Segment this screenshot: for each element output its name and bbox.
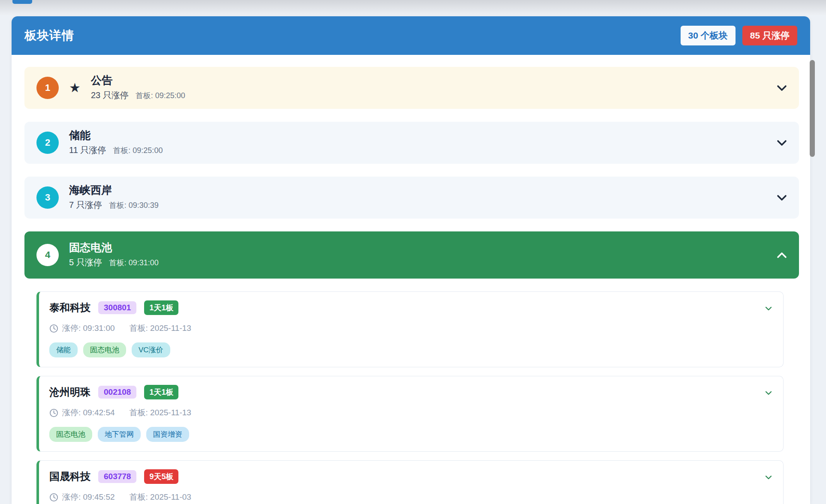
header-badges: 30 个板块 85 只涨停 bbox=[681, 26, 797, 45]
streak-badge: 1天1板 bbox=[144, 385, 178, 399]
concept-tag: 国资增资 bbox=[146, 427, 189, 442]
rank-badge: 1 bbox=[36, 77, 59, 99]
concept-tag: VC涨价 bbox=[132, 342, 170, 357]
sector-first-board-time: 首板: 09:25:00 bbox=[113, 145, 163, 156]
clock-icon bbox=[49, 324, 58, 333]
page-top-gradient bbox=[0, 0, 826, 15]
sector-limit-up-count: 7 只涨停 bbox=[69, 199, 102, 211]
limit-up-time: 涨停: 09:45:52 bbox=[62, 492, 115, 503]
stock-list: 泰和科技 300801 1天1板 涨停: 09:31:00 首板: 2025-1… bbox=[36, 291, 784, 504]
scrolled-element-remnant bbox=[12, 0, 32, 4]
rank-badge: 4 bbox=[36, 244, 59, 266]
concept-tag: 储能 bbox=[49, 342, 78, 357]
concept-tag: 固态电池 bbox=[83, 342, 126, 357]
sector-first-board-time: 首板: 09:31:00 bbox=[109, 258, 159, 268]
concept-tag: 地下管网 bbox=[98, 427, 141, 442]
chevron-down-icon[interactable] bbox=[777, 140, 787, 146]
sector-row-gutaidianchi[interactable]: 4 固态电池 5 只涨停 首板: 09:31:00 bbox=[24, 231, 799, 279]
sector-limit-up-count: 11 只涨停 bbox=[69, 144, 106, 156]
page-title: 板块详情 bbox=[24, 27, 74, 44]
sector-name: 储能 bbox=[69, 129, 163, 141]
first-board-date: 首板: 2025-11-13 bbox=[130, 323, 191, 334]
chevron-down-icon[interactable] bbox=[777, 85, 787, 91]
sector-row-gonggao[interactable]: 1 ★ 公告 23 只涨停 首板: 09:25:00 bbox=[24, 67, 799, 109]
chevron-down-icon[interactable] bbox=[777, 195, 787, 201]
sector-text: 海峡西岸 7 只涨停 首板: 09:30:39 bbox=[69, 184, 159, 211]
first-board-date: 首板: 2025-11-03 bbox=[130, 492, 191, 503]
limit-up-time: 涨停: 09:42:54 bbox=[62, 407, 115, 418]
clock-icon bbox=[49, 408, 58, 417]
chevron-up-icon[interactable] bbox=[777, 252, 787, 258]
sector-count-badge: 30 个板块 bbox=[681, 26, 736, 45]
sector-list: 1 ★ 公告 23 只涨停 首板: 09:25:00 2 储能 11 只涨停 首… bbox=[12, 55, 810, 504]
stock-card-taihekeji[interactable]: 泰和科技 300801 1天1板 涨停: 09:31:00 首板: 2025-1… bbox=[36, 291, 784, 367]
clock-icon bbox=[49, 493, 58, 502]
stock-code-badge: 300801 bbox=[98, 301, 136, 314]
concept-tags: 固态电池 地下管网 国资增资 bbox=[49, 427, 772, 442]
stock-name: 国晟科技 bbox=[49, 470, 90, 483]
stock-card-cangzhoumingzhu[interactable]: 沧州明珠 002108 1天1板 涨停: 09:42:54 首板: 2025-1… bbox=[36, 376, 784, 452]
sector-first-board-time: 首板: 09:25:00 bbox=[136, 90, 185, 101]
concept-tag: 固态电池 bbox=[49, 427, 92, 442]
sector-name: 固态电池 bbox=[69, 242, 159, 254]
sector-text: 固态电池 5 只涨停 首板: 09:31:00 bbox=[69, 242, 159, 268]
chevron-down-icon[interactable] bbox=[765, 389, 772, 397]
rank-badge: 2 bbox=[36, 132, 59, 154]
panel-header: 板块详情 30 个板块 85 只涨停 bbox=[12, 16, 810, 55]
chevron-down-icon[interactable] bbox=[765, 305, 772, 312]
concept-tags: 储能 固态电池 VC涨价 bbox=[49, 342, 772, 357]
star-icon: ★ bbox=[69, 81, 81, 94]
stock-code-badge: 002108 bbox=[98, 386, 136, 399]
stock-name: 泰和科技 bbox=[49, 301, 90, 315]
first-board-date: 首板: 2025-11-13 bbox=[130, 407, 191, 418]
sector-first-board-time: 首板: 09:30:39 bbox=[109, 200, 159, 210]
streak-badge: 9天5板 bbox=[144, 469, 178, 484]
sector-limit-up-count: 23 只涨停 bbox=[91, 90, 129, 101]
chevron-down-icon[interactable] bbox=[765, 474, 772, 481]
stock-code-badge: 603778 bbox=[98, 470, 136, 483]
sector-name: 公告 bbox=[91, 75, 185, 87]
sector-detail-panel: 板块详情 30 个板块 85 只涨停 1 ★ 公告 23 只涨停 首板: 09:… bbox=[12, 16, 810, 504]
scrollbar-thumb[interactable] bbox=[810, 60, 815, 157]
sector-row-chuneng[interactable]: 2 储能 11 只涨停 首板: 09:25:00 bbox=[24, 122, 799, 164]
streak-badge: 1天1板 bbox=[144, 300, 178, 315]
sector-name: 海峡西岸 bbox=[69, 184, 159, 196]
stock-name: 沧州明珠 bbox=[49, 385, 90, 399]
stock-card-guoshengkeji[interactable]: 国晟科技 603778 9天5板 涨停: 09:45:52 首板: 2025-1… bbox=[36, 460, 784, 504]
limit-up-time: 涨停: 09:31:00 bbox=[62, 323, 115, 334]
limit-up-count-badge: 85 只涨停 bbox=[742, 26, 797, 45]
sector-limit-up-count: 5 只涨停 bbox=[69, 257, 102, 268]
rank-badge: 3 bbox=[36, 186, 59, 209]
sector-row-haixiaxian[interactable]: 3 海峡西岸 7 只涨停 首板: 09:30:39 bbox=[24, 177, 799, 219]
sector-text: 公告 23 只涨停 首板: 09:25:00 bbox=[91, 75, 185, 101]
sector-text: 储能 11 只涨停 首板: 09:25:00 bbox=[69, 129, 163, 156]
